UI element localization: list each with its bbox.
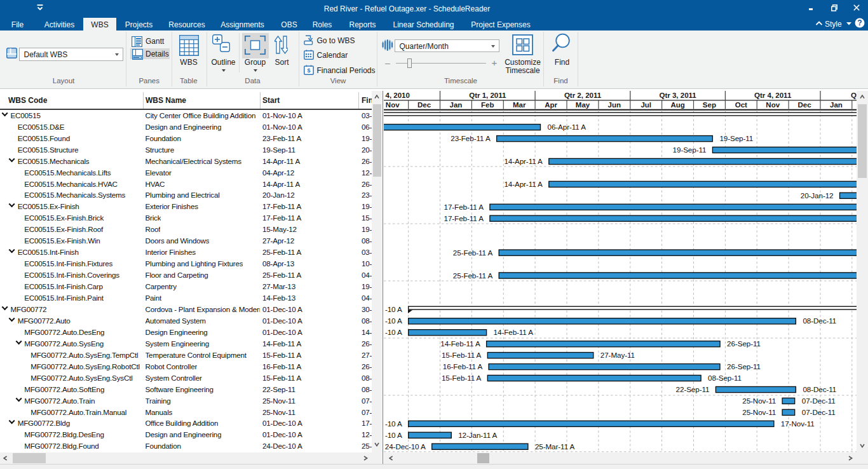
svg-text:27-May-11: 27-May-11 [600, 351, 635, 359]
svg-text:Sep: Sep [703, 101, 716, 109]
svg-text:26-Sep-11: 26-Sep-11 [727, 339, 761, 348]
svg-text:Qtr 3, 2011: Qtr 3, 2011 [660, 92, 697, 99]
svg-text:07-Dec-11: 07-Dec-11 [802, 397, 836, 405]
svg-text:Nov: Nov [766, 101, 780, 109]
svg-text:17-Feb-11 A: 17-Feb-11 A [444, 214, 484, 222]
svg-text:25-Feb-11 A: 25-Feb-11 A [453, 271, 493, 280]
svg-text:Feb: Feb [481, 101, 494, 109]
svg-text:Qtr 1, 2012: Qtr 1, 2012 [851, 92, 857, 99]
svg-text:-10 A: -10 A [385, 419, 402, 428]
svg-text:Jul: Jul [641, 101, 651, 109]
svg-text:14-Apr-11 A: 14-Apr-11 A [504, 157, 543, 165]
svg-text:Oct: Oct [735, 101, 747, 109]
svg-text:25-Nov-11: 25-Nov-11 [742, 397, 776, 405]
svg-text:4, 2010: 4, 2010 [386, 92, 410, 99]
svg-text:23-Feb-11 A: 23-Feb-11 A [451, 134, 491, 142]
svg-text:07-Dec-11: 07-Dec-11 [802, 408, 836, 416]
svg-text:14-Feb-11 A: 14-Feb-11 A [440, 339, 480, 348]
svg-text:08-Dec-11: 08-Dec-11 [803, 385, 836, 393]
svg-text:-10 A: -10 A [385, 316, 402, 325]
svg-text:06-Apr-11 A: 06-Apr-11 A [548, 123, 587, 131]
svg-text:$: $ [307, 67, 310, 74]
svg-text:?: ? [857, 18, 862, 27]
svg-text:-10 A: -10 A [385, 328, 402, 336]
svg-text:15-Feb-11 A: 15-Feb-11 A [442, 351, 482, 359]
svg-text:May: May [576, 101, 590, 109]
svg-text:08-Sep-11: 08-Sep-11 [708, 374, 742, 382]
svg-text:Qtr 4, 2011: Qtr 4, 2011 [754, 92, 792, 99]
svg-text:17-Feb-11 A: 17-Feb-11 A [444, 203, 484, 211]
svg-text:14-Apr-11 A: 14-Apr-11 A [504, 180, 543, 188]
svg-text:20-Jan-12: 20-Jan-12 [801, 191, 834, 200]
svg-text:24-Dec-10 A: 24-Dec-10 A [385, 442, 426, 451]
svg-text:25-Nov-11: 25-Nov-11 [742, 408, 776, 416]
svg-text:16-Feb-11 A: 16-Feb-11 A [443, 362, 483, 370]
svg-text:-10 A: -10 A [385, 431, 402, 439]
svg-text:25-Feb-11 A: 25-Feb-11 A [453, 248, 493, 257]
svg-text:19-Sep-11: 19-Sep-11 [719, 134, 753, 142]
svg-text:22-Sep-11: 22-Sep-11 [676, 385, 710, 393]
svg-text:Dec: Dec [417, 101, 431, 109]
svg-text:Jan: Jan [830, 101, 843, 109]
svg-text:25-Mar-11 A: 25-Mar-11 A [535, 442, 575, 451]
svg-text:Mar: Mar [513, 101, 526, 109]
svg-text:Qtr 1, 2011: Qtr 1, 2011 [469, 92, 506, 99]
svg-text:12-Jan-11 A: 12-Jan-11 A [458, 431, 497, 439]
svg-text:Aug: Aug [670, 101, 684, 109]
svg-text:17-Nov-11: 17-Nov-11 [781, 419, 815, 428]
svg-text:19-Sep-11: 19-Sep-11 [673, 146, 707, 154]
svg-text:Jan: Jan [450, 101, 463, 109]
svg-text:Nov: Nov [386, 101, 400, 109]
svg-text:26-Sep-11: 26-Sep-11 [727, 362, 761, 370]
svg-text:15-Feb-11 A: 15-Feb-11 A [442, 374, 482, 382]
svg-text:Dec: Dec [797, 101, 811, 109]
svg-text:Apr: Apr [545, 101, 557, 109]
svg-text:-10 A: -10 A [385, 305, 402, 313]
svg-text:Jun: Jun [608, 101, 621, 109]
svg-text:Qtr 2, 2011: Qtr 2, 2011 [564, 92, 602, 99]
svg-text:14-Feb-11 A: 14-Feb-11 A [494, 328, 534, 336]
svg-text:08-Dec-11: 08-Dec-11 [803, 316, 836, 325]
